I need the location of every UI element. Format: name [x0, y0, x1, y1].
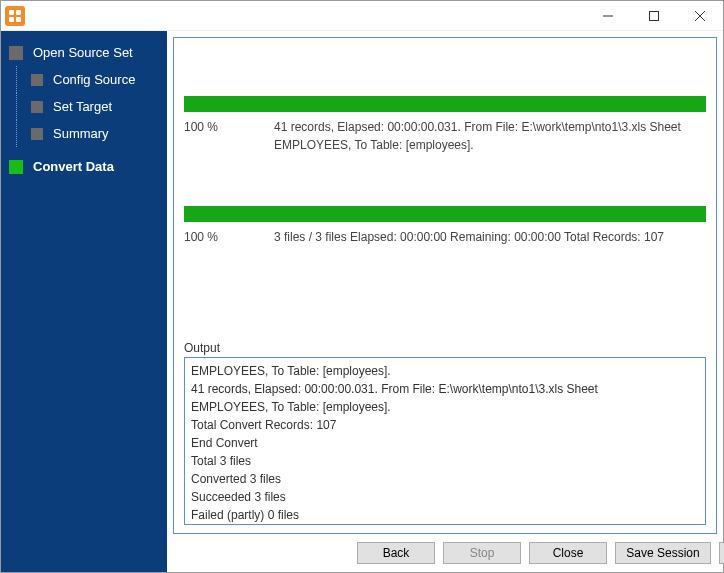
svg-rect-0: [9, 10, 14, 15]
output-line: 41 records, Elapsed: 00:00:00.031. From …: [191, 380, 699, 398]
close-window-button[interactable]: [677, 1, 723, 31]
step-box-icon: [31, 101, 43, 113]
total-progress-percent: 100 %: [184, 228, 274, 246]
output-line: Succeeded 3 files: [191, 488, 699, 506]
step-convert-data[interactable]: Convert Data: [1, 153, 167, 180]
main-panel: 100 % 41 records, Elapsed: 00:00:00.031.…: [167, 31, 723, 572]
back-button[interactable]: Back: [357, 542, 435, 564]
tree-line: [16, 120, 17, 147]
titlebar: [1, 1, 723, 31]
total-progress-row: 100 % 3 files / 3 files Elapsed: 00:00:0…: [184, 222, 706, 246]
step-set-target[interactable]: Set Target: [1, 93, 167, 120]
output-line: EMPLOYEES, To Table: [employees].: [191, 362, 699, 380]
file-progress-row: 100 % 41 records, Elapsed: 00:00:00.031.…: [184, 112, 706, 154]
output-line: End Convert: [191, 434, 699, 452]
app-icon: [5, 6, 25, 26]
content-panel: 100 % 41 records, Elapsed: 00:00:00.031.…: [173, 37, 717, 534]
step-box-icon: [31, 74, 43, 86]
tree-line: [16, 93, 17, 120]
total-progress-section: 100 % 3 files / 3 files Elapsed: 00:00:0…: [184, 168, 706, 246]
output-line: Converted 3 files: [191, 470, 699, 488]
app-window: Open Source Set Config Source Set Target…: [0, 0, 724, 573]
file-progress-section: 100 % 41 records, Elapsed: 00:00:00.031.…: [184, 46, 706, 154]
step-label[interactable]: Set Target: [53, 99, 112, 114]
titlebar-left: [1, 6, 25, 26]
output-line: Total 3 files: [191, 452, 699, 470]
step-box-active-icon: [9, 160, 23, 174]
step-label[interactable]: Convert Data: [33, 159, 114, 174]
step-box-icon: [9, 46, 23, 60]
output-line: Failed (partly) 0 files: [191, 506, 699, 524]
maximize-button[interactable]: [631, 1, 677, 31]
output-textarea[interactable]: EMPLOYEES, To Table: [employees]. 41 rec…: [184, 357, 706, 525]
minimize-button[interactable]: [585, 1, 631, 31]
wizard-sidebar: Open Source Set Config Source Set Target…: [1, 31, 167, 572]
file-progress-bar: [184, 96, 706, 112]
step-label[interactable]: Config Source: [53, 72, 135, 87]
output-line: EMPLOYEES, To Table: [employees].: [191, 398, 699, 416]
step-summary[interactable]: Summary: [1, 120, 167, 147]
step-label[interactable]: Open Source Set: [33, 45, 133, 60]
file-progress-text: 41 records, Elapsed: 00:00:00.031. From …: [274, 118, 706, 154]
save-session-button[interactable]: Save Session: [615, 542, 711, 564]
total-progress-bar: [184, 206, 706, 222]
step-open-source-set[interactable]: Open Source Set: [1, 39, 167, 66]
output-line: Total Convert Records: 107: [191, 416, 699, 434]
footer-buttons: Back Stop Close Save Session View: [167, 534, 723, 572]
tree-line: [16, 66, 17, 93]
svg-rect-2: [9, 17, 14, 22]
step-config-source[interactable]: Config Source: [1, 66, 167, 93]
output-label: Output: [184, 341, 706, 355]
view-button[interactable]: View: [719, 542, 724, 564]
svg-rect-1: [16, 10, 21, 15]
stop-button: Stop: [443, 542, 521, 564]
svg-rect-3: [16, 17, 21, 22]
step-label[interactable]: Summary: [53, 126, 109, 141]
svg-rect-5: [650, 11, 659, 20]
total-progress-text: 3 files / 3 files Elapsed: 00:00:00 Rema…: [274, 228, 706, 246]
file-progress-percent: 100 %: [184, 118, 274, 154]
close-button[interactable]: Close: [529, 542, 607, 564]
body: Open Source Set Config Source Set Target…: [1, 31, 723, 572]
window-controls: [585, 1, 723, 31]
step-box-icon: [31, 128, 43, 140]
